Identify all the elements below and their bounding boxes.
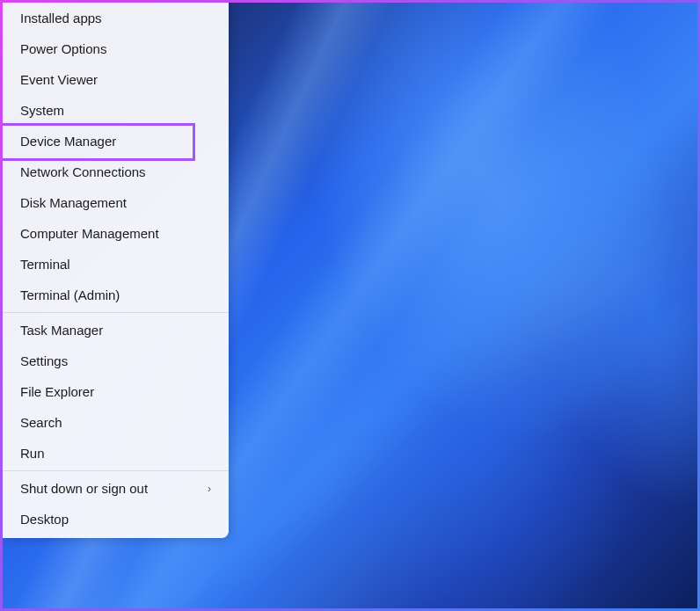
menu-item-search[interactable]: Search — [3, 407, 229, 438]
menu-item-power-options[interactable]: Power Options — [3, 33, 229, 64]
menu-separator — [3, 470, 229, 471]
menu-item-settings[interactable]: Settings — [3, 346, 229, 376]
menu-item-label: Terminal — [20, 257, 70, 272]
chevron-right-icon: › — [208, 483, 211, 495]
menu-item-label: Computer Management — [20, 226, 159, 241]
menu-item-device-manager[interactable]: Device Manager — [3, 126, 229, 156]
menu-item-desktop[interactable]: Desktop — [3, 504, 229, 535]
menu-item-label: Run — [20, 446, 45, 461]
menu-item-label: Search — [20, 415, 62, 430]
menu-item-event-viewer[interactable]: Event Viewer — [3, 64, 229, 95]
menu-item-network-connections[interactable]: Network Connections — [3, 156, 229, 187]
menu-item-label: Network Connections — [20, 164, 146, 179]
menu-item-label: Task Manager — [20, 323, 103, 338]
menu-item-label: Event Viewer — [20, 72, 98, 87]
menu-item-label: Installed apps — [20, 11, 102, 25]
menu-item-terminal[interactable]: Terminal — [3, 249, 229, 280]
winx-context-menu: Installed apps Power Options Event Viewe… — [3, 3, 229, 538]
menu-item-label: Disk Management — [20, 195, 127, 210]
menu-item-label: Desktop — [20, 512, 69, 527]
menu-item-label: Settings — [20, 353, 68, 368]
menu-item-label: System — [20, 103, 64, 118]
menu-item-shutdown[interactable]: Shut down or sign out › — [3, 473, 229, 504]
menu-item-terminal-admin[interactable]: Terminal (Admin) — [3, 280, 229, 310]
menu-item-installed-apps[interactable]: Installed apps — [3, 3, 229, 33]
menu-item-label: File Explorer — [20, 384, 94, 399]
menu-item-task-manager[interactable]: Task Manager — [3, 315, 229, 346]
menu-item-label: Power Options — [20, 41, 106, 56]
menu-item-computer-management[interactable]: Computer Management — [3, 218, 229, 249]
menu-item-run[interactable]: Run — [3, 438, 229, 469]
menu-item-label: Device Manager — [20, 134, 116, 149]
menu-item-file-explorer[interactable]: File Explorer — [3, 376, 229, 407]
menu-item-label: Shut down or sign out — [20, 481, 148, 496]
menu-item-disk-management[interactable]: Disk Management — [3, 187, 229, 218]
menu-item-system[interactable]: System — [3, 95, 229, 126]
menu-separator — [3, 312, 229, 313]
menu-item-label: Terminal (Admin) — [20, 287, 120, 302]
